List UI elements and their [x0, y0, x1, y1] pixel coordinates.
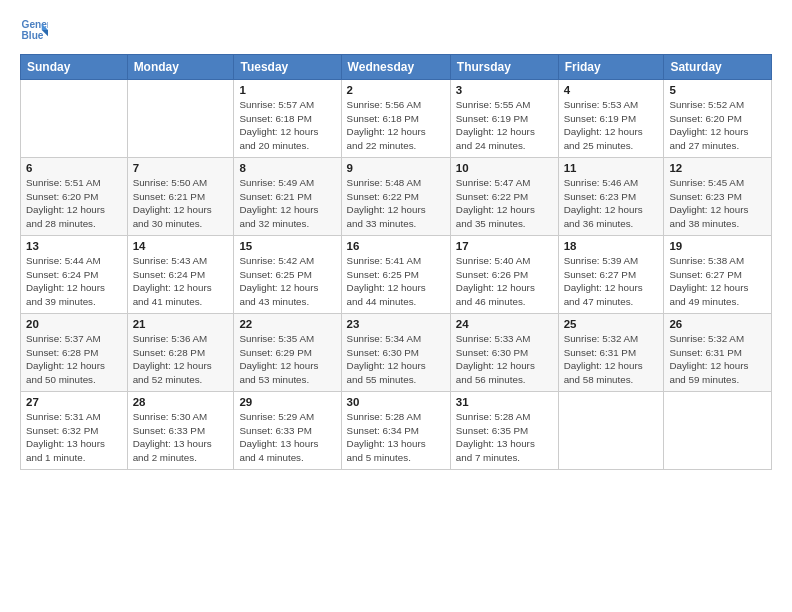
day-info: Sunrise: 5:33 AMSunset: 6:30 PMDaylight:…: [456, 332, 553, 387]
day-number: 25: [564, 318, 659, 330]
calendar-cell: 6Sunrise: 5:51 AMSunset: 6:20 PMDaylight…: [21, 158, 128, 236]
calendar-cell: 13Sunrise: 5:44 AMSunset: 6:24 PMDayligh…: [21, 236, 128, 314]
day-number: 27: [26, 396, 122, 408]
calendar-cell: 14Sunrise: 5:43 AMSunset: 6:24 PMDayligh…: [127, 236, 234, 314]
calendar-cell: 7Sunrise: 5:50 AMSunset: 6:21 PMDaylight…: [127, 158, 234, 236]
calendar-cell: 16Sunrise: 5:41 AMSunset: 6:25 PMDayligh…: [341, 236, 450, 314]
day-of-week-header: Thursday: [450, 55, 558, 80]
day-info: Sunrise: 5:29 AMSunset: 6:33 PMDaylight:…: [239, 410, 335, 465]
day-info: Sunrise: 5:40 AMSunset: 6:26 PMDaylight:…: [456, 254, 553, 309]
day-info: Sunrise: 5:37 AMSunset: 6:28 PMDaylight:…: [26, 332, 122, 387]
calendar-cell: 3Sunrise: 5:55 AMSunset: 6:19 PMDaylight…: [450, 80, 558, 158]
day-info: Sunrise: 5:39 AMSunset: 6:27 PMDaylight:…: [564, 254, 659, 309]
calendar-body: 1Sunrise: 5:57 AMSunset: 6:18 PMDaylight…: [21, 80, 772, 470]
day-number: 8: [239, 162, 335, 174]
day-number: 1: [239, 84, 335, 96]
day-of-week-header: Friday: [558, 55, 664, 80]
header-row: SundayMondayTuesdayWednesdayThursdayFrid…: [21, 55, 772, 80]
day-number: 3: [456, 84, 553, 96]
calendar-table: SundayMondayTuesdayWednesdayThursdayFrid…: [20, 54, 772, 470]
day-number: 15: [239, 240, 335, 252]
day-info: Sunrise: 5:28 AMSunset: 6:35 PMDaylight:…: [456, 410, 553, 465]
day-number: 21: [133, 318, 229, 330]
logo-icon: General Blue: [20, 16, 48, 44]
day-info: Sunrise: 5:49 AMSunset: 6:21 PMDaylight:…: [239, 176, 335, 231]
day-number: 22: [239, 318, 335, 330]
calendar-cell: 12Sunrise: 5:45 AMSunset: 6:23 PMDayligh…: [664, 158, 772, 236]
calendar-cell: 31Sunrise: 5:28 AMSunset: 6:35 PMDayligh…: [450, 392, 558, 470]
day-number: 19: [669, 240, 766, 252]
day-number: 9: [347, 162, 445, 174]
day-info: Sunrise: 5:46 AMSunset: 6:23 PMDaylight:…: [564, 176, 659, 231]
calendar-page: General Blue SundayMondayTuesdayWednesda…: [0, 0, 792, 612]
day-number: 11: [564, 162, 659, 174]
calendar-cell: [21, 80, 128, 158]
day-info: Sunrise: 5:51 AMSunset: 6:20 PMDaylight:…: [26, 176, 122, 231]
day-number: 12: [669, 162, 766, 174]
day-info: Sunrise: 5:55 AMSunset: 6:19 PMDaylight:…: [456, 98, 553, 153]
day-info: Sunrise: 5:34 AMSunset: 6:30 PMDaylight:…: [347, 332, 445, 387]
calendar-cell: 2Sunrise: 5:56 AMSunset: 6:18 PMDaylight…: [341, 80, 450, 158]
day-number: 31: [456, 396, 553, 408]
day-info: Sunrise: 5:30 AMSunset: 6:33 PMDaylight:…: [133, 410, 229, 465]
calendar-header: SundayMondayTuesdayWednesdayThursdayFrid…: [21, 55, 772, 80]
day-number: 2: [347, 84, 445, 96]
day-of-week-header: Saturday: [664, 55, 772, 80]
calendar-cell: 9Sunrise: 5:48 AMSunset: 6:22 PMDaylight…: [341, 158, 450, 236]
calendar-cell: [127, 80, 234, 158]
calendar-cell: 30Sunrise: 5:28 AMSunset: 6:34 PMDayligh…: [341, 392, 450, 470]
day-number: 20: [26, 318, 122, 330]
day-number: 30: [347, 396, 445, 408]
day-info: Sunrise: 5:47 AMSunset: 6:22 PMDaylight:…: [456, 176, 553, 231]
calendar-cell: 22Sunrise: 5:35 AMSunset: 6:29 PMDayligh…: [234, 314, 341, 392]
calendar-cell: 10Sunrise: 5:47 AMSunset: 6:22 PMDayligh…: [450, 158, 558, 236]
calendar-cell: 8Sunrise: 5:49 AMSunset: 6:21 PMDaylight…: [234, 158, 341, 236]
day-of-week-header: Monday: [127, 55, 234, 80]
day-info: Sunrise: 5:50 AMSunset: 6:21 PMDaylight:…: [133, 176, 229, 231]
calendar-cell: 18Sunrise: 5:39 AMSunset: 6:27 PMDayligh…: [558, 236, 664, 314]
calendar-cell: [664, 392, 772, 470]
day-number: 29: [239, 396, 335, 408]
day-number: 13: [26, 240, 122, 252]
day-info: Sunrise: 5:57 AMSunset: 6:18 PMDaylight:…: [239, 98, 335, 153]
day-info: Sunrise: 5:53 AMSunset: 6:19 PMDaylight:…: [564, 98, 659, 153]
day-number: 28: [133, 396, 229, 408]
day-info: Sunrise: 5:32 AMSunset: 6:31 PMDaylight:…: [669, 332, 766, 387]
logo: General Blue: [20, 16, 48, 44]
day-info: Sunrise: 5:48 AMSunset: 6:22 PMDaylight:…: [347, 176, 445, 231]
day-number: 4: [564, 84, 659, 96]
svg-text:Blue: Blue: [22, 30, 44, 41]
day-number: 10: [456, 162, 553, 174]
calendar-week-row: 13Sunrise: 5:44 AMSunset: 6:24 PMDayligh…: [21, 236, 772, 314]
day-number: 7: [133, 162, 229, 174]
calendar-cell: 28Sunrise: 5:30 AMSunset: 6:33 PMDayligh…: [127, 392, 234, 470]
calendar-cell: 1Sunrise: 5:57 AMSunset: 6:18 PMDaylight…: [234, 80, 341, 158]
calendar-week-row: 27Sunrise: 5:31 AMSunset: 6:32 PMDayligh…: [21, 392, 772, 470]
day-number: 16: [347, 240, 445, 252]
calendar-cell: 24Sunrise: 5:33 AMSunset: 6:30 PMDayligh…: [450, 314, 558, 392]
day-number: 18: [564, 240, 659, 252]
day-info: Sunrise: 5:42 AMSunset: 6:25 PMDaylight:…: [239, 254, 335, 309]
calendar-week-row: 1Sunrise: 5:57 AMSunset: 6:18 PMDaylight…: [21, 80, 772, 158]
calendar-cell: 20Sunrise: 5:37 AMSunset: 6:28 PMDayligh…: [21, 314, 128, 392]
calendar-cell: 21Sunrise: 5:36 AMSunset: 6:28 PMDayligh…: [127, 314, 234, 392]
day-number: 23: [347, 318, 445, 330]
calendar-cell: 5Sunrise: 5:52 AMSunset: 6:20 PMDaylight…: [664, 80, 772, 158]
day-info: Sunrise: 5:56 AMSunset: 6:18 PMDaylight:…: [347, 98, 445, 153]
calendar-cell: 17Sunrise: 5:40 AMSunset: 6:26 PMDayligh…: [450, 236, 558, 314]
day-info: Sunrise: 5:52 AMSunset: 6:20 PMDaylight:…: [669, 98, 766, 153]
day-info: Sunrise: 5:28 AMSunset: 6:34 PMDaylight:…: [347, 410, 445, 465]
calendar-cell: 23Sunrise: 5:34 AMSunset: 6:30 PMDayligh…: [341, 314, 450, 392]
day-info: Sunrise: 5:35 AMSunset: 6:29 PMDaylight:…: [239, 332, 335, 387]
day-number: 24: [456, 318, 553, 330]
calendar-week-row: 6Sunrise: 5:51 AMSunset: 6:20 PMDaylight…: [21, 158, 772, 236]
calendar-week-row: 20Sunrise: 5:37 AMSunset: 6:28 PMDayligh…: [21, 314, 772, 392]
day-info: Sunrise: 5:41 AMSunset: 6:25 PMDaylight:…: [347, 254, 445, 309]
day-of-week-header: Sunday: [21, 55, 128, 80]
day-info: Sunrise: 5:31 AMSunset: 6:32 PMDaylight:…: [26, 410, 122, 465]
calendar-cell: 11Sunrise: 5:46 AMSunset: 6:23 PMDayligh…: [558, 158, 664, 236]
calendar-cell: 25Sunrise: 5:32 AMSunset: 6:31 PMDayligh…: [558, 314, 664, 392]
day-info: Sunrise: 5:38 AMSunset: 6:27 PMDaylight:…: [669, 254, 766, 309]
day-info: Sunrise: 5:43 AMSunset: 6:24 PMDaylight:…: [133, 254, 229, 309]
header: General Blue: [20, 16, 772, 44]
